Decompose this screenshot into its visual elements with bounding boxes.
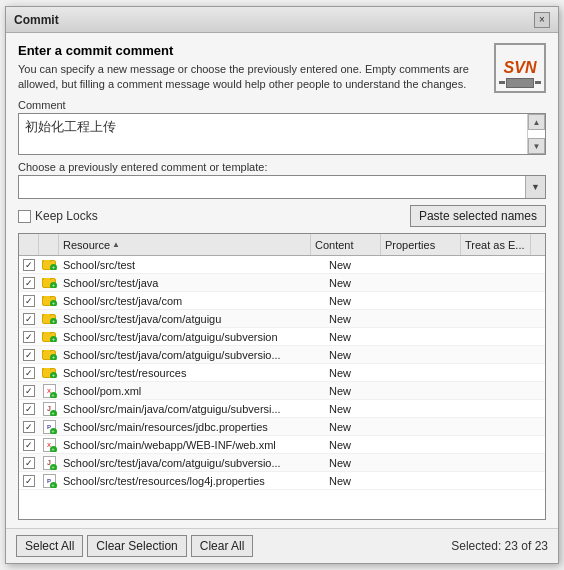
commit-dialog: Commit × Enter a commit comment You can … [5,6,559,564]
row-checkbox-cell[interactable] [19,457,39,469]
row-content-cell: New [325,313,395,325]
keep-locks-text: Keep Locks [35,209,98,223]
row-checkbox[interactable] [23,457,35,469]
table-row[interactable]: X+School/src/main/webapp/WEB-INF/web.xml… [19,436,545,454]
scroll-up-arrow[interactable]: ▲ [528,114,545,130]
row-checkbox-cell[interactable] [19,403,39,415]
dropdown-arrow-icon[interactable]: ▼ [525,176,545,198]
status-overlay-dot: + [50,410,57,416]
header-title: Enter a commit comment [18,43,484,58]
table-row[interactable]: +School/src/test/javaNew [19,274,545,292]
row-checkbox[interactable] [23,349,35,361]
paste-selected-names-button[interactable]: Paste selected names [410,205,546,227]
table-row[interactable]: J+School/src/main/java/com/atguigu/subve… [19,400,545,418]
row-checkbox-cell[interactable] [19,331,39,343]
row-checkbox-cell[interactable] [19,295,39,307]
row-checkbox-cell[interactable] [19,349,39,361]
svn-logo: SVN [494,43,546,93]
row-checkbox-cell[interactable] [19,313,39,325]
status-overlay-dot: + [50,300,57,306]
row-checkbox[interactable] [23,421,35,433]
keep-locks-label[interactable]: Keep Locks [18,209,98,223]
row-resource-cell: School/src/test/resources [59,367,325,379]
row-checkbox-cell[interactable] [19,421,39,433]
file-icon-wrapper: X+ [43,438,56,452]
row-content-cell: New [325,349,395,361]
paste-button-label: Paste selected names [419,209,537,223]
clear-selection-button[interactable]: Clear Selection [87,535,186,557]
table-row[interactable]: P+School/src/main/resources/jdbc.propert… [19,418,545,436]
row-checkbox[interactable] [23,403,35,415]
table-row[interactable]: J+School/src/test/java/com/atguigu/subve… [19,454,545,472]
template-dropdown[interactable]: ▼ [18,175,546,199]
row-checkbox-cell[interactable] [19,475,39,487]
scroll-down-arrow[interactable]: ▼ [528,138,545,154]
file-table: Resource ▲ Content Properties Treat as E… [18,233,546,520]
row-checkbox[interactable] [23,295,35,307]
row-checkbox-cell[interactable] [19,385,39,397]
table-row[interactable]: +School/src/test/java/comNew [19,292,545,310]
th-scrollbar-space [531,234,545,255]
status-overlay-dot: + [50,482,57,488]
row-resource-cell: School/src/test/java/com/atguigu/subvers… [59,349,325,361]
row-icon-cell: + [39,332,59,342]
row-checkbox[interactable] [23,367,35,379]
row-content-cell: New [325,403,395,415]
file-icon-wrapper: + [42,368,56,378]
row-checkbox[interactable] [23,259,35,271]
row-icon-cell: + [39,314,59,324]
svn-logo-pin-left [499,81,505,84]
svn-logo-pin-right [535,81,541,84]
row-content-cell: New [325,259,395,271]
table-row[interactable]: +School/src/test/java/com/atguigu/subver… [19,328,545,346]
comment-textarea[interactable]: 初始化工程上传 [19,114,545,154]
row-checkbox[interactable] [23,313,35,325]
row-checkbox-cell[interactable] [19,259,39,271]
row-checkbox[interactable] [23,385,35,397]
row-checkbox-cell[interactable] [19,439,39,451]
select-all-button[interactable]: Select All [16,535,83,557]
th-content: Content [311,234,381,255]
comment-scrollbar: ▲ ▼ [527,114,545,154]
table-row[interactable]: +School/src/testNew [19,256,545,274]
clear-all-button[interactable]: Clear All [191,535,254,557]
th-icon [39,234,59,255]
row-checkbox[interactable] [23,439,35,451]
comment-label: Comment [18,99,546,111]
table-row[interactable]: X+School/pom.xmlNew [19,382,545,400]
row-checkbox[interactable] [23,277,35,289]
row-content-cell: New [325,277,395,289]
th-treat: Treat as E... [461,234,531,255]
row-checkbox-cell[interactable] [19,367,39,379]
close-button[interactable]: × [534,12,550,28]
row-resource-cell: School/src/test/java/com [59,295,325,307]
status-overlay-dot: + [50,372,57,378]
row-checkbox-cell[interactable] [19,277,39,289]
keep-locks-checkbox[interactable] [18,210,31,223]
row-resource-cell: School/src/main/java/com/atguigu/subvers… [59,403,325,415]
row-checkbox[interactable] [23,475,35,487]
status-overlay-dot: + [50,446,57,452]
row-content-cell: New [325,457,395,469]
row-resource-cell: School/src/test/java/com/atguigu [59,313,325,325]
row-checkbox[interactable] [23,331,35,343]
template-label: Choose a previously entered comment or t… [18,161,546,173]
table-row[interactable]: +School/src/test/resourcesNew [19,364,545,382]
row-content-cell: New [325,331,395,343]
table-row[interactable]: +School/src/test/java/com/atguiguNew [19,310,545,328]
table-row[interactable]: +School/src/test/java/com/atguigu/subver… [19,346,545,364]
row-icon-cell: J+ [39,402,59,416]
file-icon-wrapper: J+ [43,402,56,416]
th-resource[interactable]: Resource ▲ [59,234,311,255]
row-icon-cell: + [39,368,59,378]
dialog-footer: Select All Clear Selection Clear All Sel… [6,528,558,563]
status-overlay-dot: + [50,318,57,324]
row-resource-cell: School/src/test/java/com/atguigu/subvers… [59,331,325,343]
options-row: Keep Locks Paste selected names [18,205,546,227]
row-icon-cell: X+ [39,384,59,398]
row-icon-cell: + [39,350,59,360]
row-icon-cell: P+ [39,420,59,434]
table-row[interactable]: P+School/src/test/resources/log4j.proper… [19,472,545,490]
file-icon-wrapper: J+ [43,456,56,470]
file-icon-wrapper: X+ [43,384,56,398]
